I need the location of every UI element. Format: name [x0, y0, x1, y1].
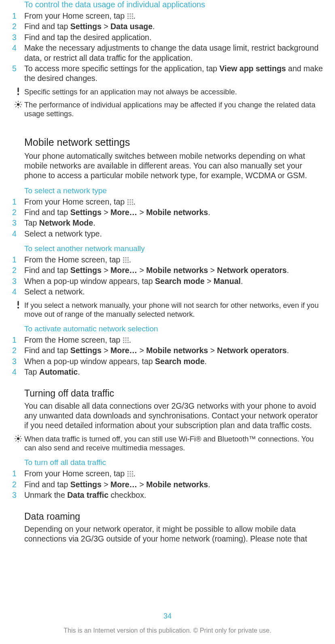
apps-grid-icon	[123, 337, 129, 343]
apps-grid-icon	[127, 471, 134, 477]
apps-grid-icon	[123, 257, 129, 263]
s1-heading: To control the data usage of individual …	[24, 0, 323, 9]
step-text: Find and tap Settings > More… > Mobile n…	[24, 208, 210, 217]
st-step1: 1From your Home screen, tap .	[12, 197, 323, 207]
step-text-post: .	[129, 335, 131, 344]
step-num: 1	[12, 11, 20, 21]
sm-step1: 1From the Home screen, tap .	[12, 255, 323, 264]
apps-grid-icon	[127, 199, 134, 205]
note-text: When data traffic is turned off, you can…	[24, 435, 323, 452]
note-text: The performance of individual applicatio…	[24, 100, 323, 118]
step-text: Tap Automatic.	[24, 367, 80, 376]
step-text-post: .	[129, 255, 131, 264]
note-text: Specific settings for an application may…	[24, 87, 323, 96]
apps-grid-icon	[127, 13, 134, 19]
step-num: 5	[12, 64, 20, 73]
s1-note-excl: Specific settings for an application may…	[24, 87, 323, 96]
selecttype-steps: 1From your Home screen, tap . 2Find and …	[24, 197, 323, 239]
to-step1: 1From your Home screen, tap .	[12, 469, 323, 478]
turnoffsteps-steps: 1From your Home screen, tap . 2Find and …	[24, 469, 323, 500]
step-num: 2	[12, 265, 20, 275]
lightbulb-icon	[12, 435, 24, 443]
mobilenet-heading: Mobile network settings	[24, 136, 323, 148]
step-num: 3	[12, 490, 20, 500]
step-num: 4	[12, 43, 20, 53]
step-text: Make the necessary adjustments to change…	[24, 43, 318, 62]
step-text: When a pop-up window appears, tap Search…	[24, 357, 207, 366]
step-text: Unmark the Data traffic checkbox.	[24, 490, 146, 499]
selectmanual-heading: To select another network manually	[24, 244, 323, 253]
st-step3: 3Tap Network Mode.	[12, 218, 323, 228]
step-text-pre: From the Home screen, tap	[24, 255, 123, 264]
step-text-post: .	[134, 11, 136, 20]
mobilenet-para: Your phone automatically switches betwee…	[24, 151, 323, 180]
step-num: 2	[12, 345, 20, 355]
step-text: Select a network.	[24, 287, 85, 296]
step-text-pre: From the Home screen, tap	[24, 335, 123, 344]
step-num: 1	[12, 255, 20, 264]
as-step2: 2Find and tap Settings > More… > Mobile …	[12, 345, 323, 355]
note-text: If you select a network manually, your p…	[24, 301, 323, 319]
page-content: To control the data usage of individual …	[24, 0, 323, 544]
as-step4: 4Tap Automatic.	[12, 367, 323, 377]
selectmanual-steps: 1From the Home screen, tap . 2Find and t…	[24, 255, 323, 297]
step-text: Tap Network Mode.	[24, 218, 95, 227]
to-step2: 2Find and tap Settings > More… > Mobile …	[12, 480, 323, 489]
roaming-heading: Data roaming	[24, 511, 323, 522]
s1-steps: 1From your Home screen, tap . 2Find and …	[24, 11, 323, 83]
selecttype-heading: To select a network type	[24, 186, 323, 195]
step-num: 1	[12, 197, 20, 207]
selectmanual-note: If you select a network manually, your p…	[24, 301, 323, 319]
roaming-para: Depending on your network operator, it m…	[24, 525, 323, 544]
step-text: Select a network type.	[24, 229, 102, 238]
exclamation-icon	[12, 87, 24, 96]
step-text: Find and tap Settings > More… > Mobile n…	[24, 346, 289, 355]
step-text: Find and tap Settings > Data usage.	[24, 22, 155, 31]
st-step2: 2Find and tap Settings > More… > Mobile …	[12, 207, 323, 217]
step-num: 4	[12, 367, 20, 377]
autosel-steps: 1From the Home screen, tap . 2Find and t…	[24, 335, 323, 377]
turnoffsteps-heading: To turn off all data traffic	[24, 458, 323, 467]
turnoff-heading: Turning off data traffic	[24, 388, 323, 399]
step-text: Find and tap Settings > More… > Mobile n…	[24, 266, 289, 275]
sm-step2: 2Find and tap Settings > More… > Mobile …	[12, 265, 323, 275]
step-num: 4	[12, 229, 20, 239]
step-text: Find and tap the desired application.	[24, 33, 151, 42]
step-text-pre: From your Home screen, tap	[24, 11, 127, 20]
step-num: 1	[12, 469, 20, 478]
step-text: Find and tap Settings > More… > Mobile n…	[24, 480, 210, 489]
step-num: 1	[12, 335, 20, 345]
step-num: 3	[12, 32, 20, 42]
step-num: 3	[12, 218, 20, 228]
sm-step3: 3When a pop-up window appears, tap Searc…	[12, 276, 323, 286]
footer-text: This is an Internet version of this publ…	[0, 627, 335, 634]
as-step3: 3When a pop-up window appears, tap Searc…	[12, 356, 323, 366]
step-num: 3	[12, 356, 20, 366]
turnoff-note-bulb: When data traffic is turned off, you can…	[24, 435, 323, 452]
page-number: 34	[0, 612, 335, 621]
turnoff-para: You can disable all data connections ove…	[24, 401, 323, 430]
s1-step4: 4Make the necessary adjustments to chang…	[12, 43, 323, 63]
step-text-pre: From your Home screen, tap	[24, 469, 127, 478]
step-num: 2	[12, 480, 20, 489]
s1-note-bulb: The performance of individual applicatio…	[24, 100, 323, 118]
step-num: 4	[12, 287, 20, 296]
sm-step4: 4Select a network.	[12, 287, 323, 296]
step-num: 2	[12, 207, 20, 217]
step-num: 3	[12, 276, 20, 286]
st-step4: 4Select a network type.	[12, 229, 323, 239]
step-num: 2	[12, 21, 20, 31]
s1-step2: 2Find and tap Settings > Data usage.	[12, 21, 323, 31]
autosel-heading: To activate automatic network selection	[24, 324, 323, 333]
step-text-pre: From your Home screen, tap	[24, 197, 127, 206]
s1-step5: 5To access more specific settings for th…	[12, 64, 323, 83]
s1-step3: 3Find and tap the desired application.	[12, 32, 323, 42]
step-text-post: .	[134, 197, 136, 206]
s1-step1: 1From your Home screen, tap .	[12, 11, 323, 21]
lightbulb-icon	[12, 100, 24, 109]
step-text: When a pop-up window appears, tap Search…	[24, 277, 243, 286]
step-text: To access more specific settings for the…	[24, 64, 323, 83]
as-step1: 1From the Home screen, tap .	[12, 335, 323, 345]
manual-page: To control the data usage of individual …	[0, 0, 335, 644]
step-text-post: .	[134, 469, 136, 478]
